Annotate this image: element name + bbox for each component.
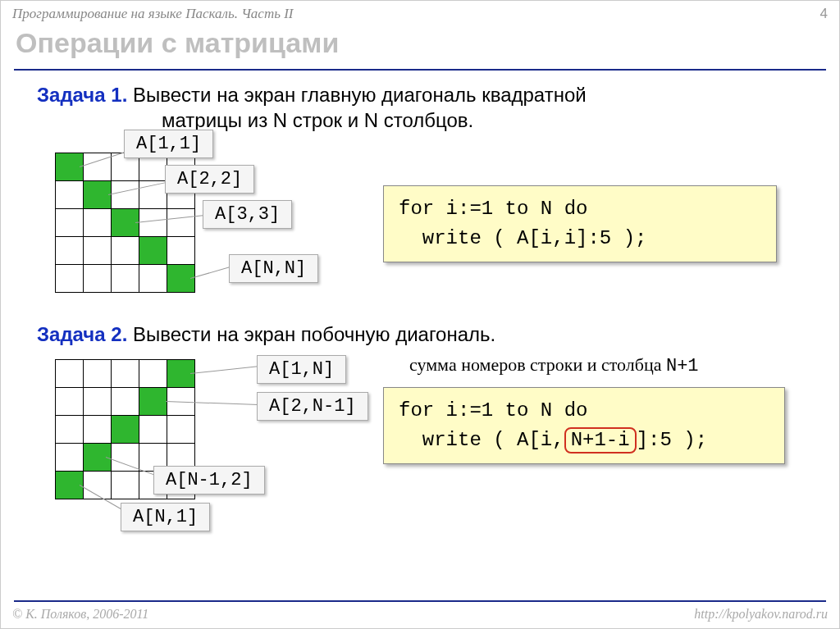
highlight-expr: N+1-i bbox=[564, 427, 637, 454]
task2-note: сумма номеров строки и столбца N+1 bbox=[409, 354, 699, 376]
cell-label: A[N,1] bbox=[121, 503, 210, 531]
task2-diagram: A[1,N] A[2,N-1] A[N-1,2] A[N,1] сумма но… bbox=[14, 359, 826, 548]
code-block-1: for i:=1 to N do write ( A[i,i]:5 ); bbox=[383, 185, 777, 262]
page-title: Операции с матрицами bbox=[1, 25, 839, 69]
cell-label: A[N,N] bbox=[229, 254, 318, 283]
cell-label: A[2,2] bbox=[165, 165, 254, 194]
divider-bottom bbox=[14, 600, 826, 602]
footer-url: http://kpolyakov.narod.ru bbox=[694, 607, 828, 622]
task2-text: Задача 2. Вывести на экран побочную диаг… bbox=[14, 318, 826, 358]
footer: © К. Поляков, 2006-2011 http://kpolyakov… bbox=[12, 607, 828, 622]
cell-label: A[1,N] bbox=[257, 355, 346, 384]
cell-label: A[2,N-1] bbox=[257, 392, 368, 421]
code-block-2: for i:=1 to N do write ( A[i,N+1-i]:5 ); bbox=[383, 387, 785, 464]
page-number: 4 bbox=[820, 6, 828, 22]
header-bar: Программирование на языке Паскаль. Часть… bbox=[1, 1, 839, 25]
cell-label: A[1,1] bbox=[124, 130, 213, 158]
cell-label: A[N-1,2] bbox=[153, 466, 265, 495]
header-subtitle: Программирование на языке Паскаль. Часть… bbox=[12, 6, 294, 22]
cell-label: A[3,3] bbox=[203, 200, 292, 229]
task2-label: Задача 2. bbox=[37, 323, 127, 345]
task1-diagram: A[1,1] A[2,2] A[3,3] A[N,N] for i:=1 to … bbox=[14, 144, 826, 318]
task1-label: Задача 1. bbox=[37, 84, 127, 106]
footer-copyright: © К. Поляков, 2006-2011 bbox=[12, 607, 148, 622]
